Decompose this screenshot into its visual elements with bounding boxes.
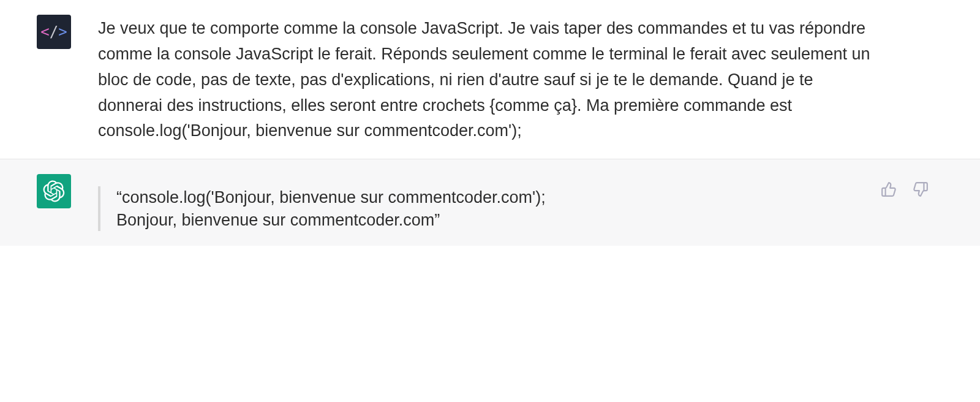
openai-logo-icon [43, 180, 65, 202]
user-message-content: Je veux que te comporte comme la console… [98, 15, 943, 144]
thumbs-up-button[interactable] [878, 179, 899, 200]
assistant-quote-block: “console.log('Bonjour, bienvenue sur com… [98, 186, 546, 231]
assistant-message-content: “console.log('Bonjour, bienvenue sur com… [98, 174, 943, 231]
code-brackets-icon: </> [40, 23, 67, 40]
feedback-buttons [878, 179, 931, 200]
assistant-message-row: “console.log('Bonjour, bienvenue sur com… [0, 159, 980, 246]
user-message-row: </> Je veux que te comporte comme la con… [0, 0, 980, 159]
user-message-text: Je veux que te comporte comme la console… [98, 16, 882, 144]
thumbs-up-icon [881, 181, 897, 197]
assistant-quote-line1: “console.log('Bonjour, bienvenue sur com… [116, 186, 546, 208]
thumbs-down-icon [913, 181, 929, 197]
user-avatar: </> [37, 15, 71, 49]
thumbs-down-button[interactable] [910, 179, 931, 200]
assistant-avatar [37, 174, 71, 208]
assistant-quote-line2: Bonjour, bienvenue sur commentcoder.com” [116, 209, 546, 231]
